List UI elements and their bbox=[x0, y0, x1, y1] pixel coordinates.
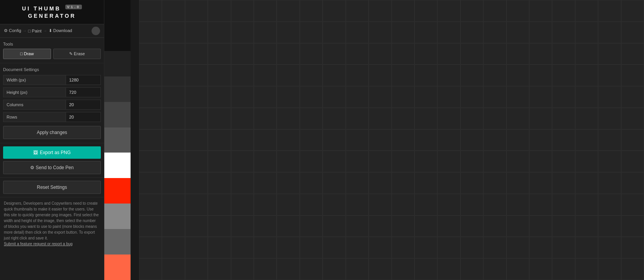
grid-cell[interactable] bbox=[369, 129, 391, 151]
nav-toggle-button[interactable] bbox=[92, 27, 100, 35]
grid-cell[interactable] bbox=[369, 194, 391, 216]
grid-cell[interactable] bbox=[460, 194, 483, 216]
grid-cell[interactable] bbox=[529, 43, 552, 65]
grid-cell[interactable] bbox=[231, 258, 254, 280]
grid-cell[interactable] bbox=[162, 86, 185, 108]
grid-cell[interactable] bbox=[575, 86, 598, 108]
grid-cell[interactable] bbox=[369, 258, 391, 280]
grid-cell[interactable] bbox=[300, 216, 323, 237]
grid-cell[interactable] bbox=[506, 237, 529, 258]
grid-cell[interactable] bbox=[300, 194, 323, 216]
grid-cell[interactable] bbox=[323, 151, 345, 172]
grid-cell[interactable] bbox=[415, 216, 437, 237]
grid-cell[interactable] bbox=[162, 194, 185, 216]
grid-cell[interactable] bbox=[621, 0, 644, 22]
grid-cell[interactable] bbox=[323, 0, 345, 22]
grid-cell[interactable] bbox=[323, 172, 345, 194]
grid-cell[interactable] bbox=[162, 22, 185, 43]
grid-cell[interactable] bbox=[392, 0, 415, 22]
grid-cell[interactable] bbox=[552, 43, 575, 65]
grid-cell[interactable] bbox=[415, 172, 437, 194]
grid-cell[interactable] bbox=[369, 86, 391, 108]
grid-cell[interactable] bbox=[369, 43, 391, 65]
grid-cell[interactable] bbox=[277, 86, 299, 108]
grid-cell[interactable] bbox=[392, 43, 415, 65]
grid-cell[interactable] bbox=[529, 64, 552, 86]
grid-cell[interactable] bbox=[575, 216, 598, 237]
grid-cell[interactable] bbox=[437, 237, 460, 258]
rows-input[interactable] bbox=[66, 112, 100, 122]
grid-cell[interactable] bbox=[506, 22, 529, 43]
erase-tool-button[interactable]: ✎ Erase bbox=[53, 49, 101, 59]
grid-cell[interactable] bbox=[552, 86, 575, 108]
grid-cell[interactable] bbox=[483, 22, 506, 43]
grid-cell[interactable] bbox=[231, 64, 254, 86]
grid-cell[interactable] bbox=[208, 237, 231, 258]
grid-cell[interactable] bbox=[575, 43, 598, 65]
grid-cell[interactable] bbox=[437, 151, 460, 172]
columns-input[interactable] bbox=[66, 100, 100, 109]
grid-cell[interactable] bbox=[529, 129, 552, 151]
width-input[interactable] bbox=[66, 75, 100, 85]
grid-cell[interactable] bbox=[621, 194, 644, 216]
grid-cell[interactable] bbox=[575, 151, 598, 172]
grid-cell[interactable] bbox=[415, 194, 437, 216]
grid-cell[interactable] bbox=[529, 22, 552, 43]
grid-cell[interactable] bbox=[185, 237, 208, 258]
grid-cell[interactable] bbox=[277, 129, 299, 151]
grid-cell[interactable] bbox=[346, 0, 369, 22]
grid-cell[interactable] bbox=[552, 151, 575, 172]
grid-cell[interactable] bbox=[231, 0, 254, 22]
grid-cell[interactable] bbox=[162, 258, 185, 280]
grid-cell[interactable] bbox=[392, 64, 415, 86]
grid-cell[interactable] bbox=[506, 194, 529, 216]
grid-cell[interactable] bbox=[506, 0, 529, 22]
grid-cell[interactable] bbox=[231, 194, 254, 216]
grid-cell[interactable] bbox=[300, 22, 323, 43]
grid-cell[interactable] bbox=[139, 172, 162, 194]
grid-cell[interactable] bbox=[392, 216, 415, 237]
grid-cell[interactable] bbox=[621, 129, 644, 151]
grid-cell[interactable] bbox=[415, 151, 437, 172]
grid-cell[interactable] bbox=[575, 64, 598, 86]
grid-cell[interactable] bbox=[254, 64, 277, 86]
grid-cell[interactable] bbox=[437, 0, 460, 22]
grid-cell[interactable] bbox=[208, 151, 231, 172]
grid-cell[interactable] bbox=[300, 86, 323, 108]
grid-cell[interactable] bbox=[346, 194, 369, 216]
grid-cell[interactable] bbox=[437, 64, 460, 86]
grid-cell[interactable] bbox=[552, 237, 575, 258]
grid-cell[interactable] bbox=[208, 194, 231, 216]
grid-cell[interactable] bbox=[323, 129, 345, 151]
grid-cell[interactable] bbox=[185, 108, 208, 129]
grid-cell[interactable] bbox=[231, 216, 254, 237]
grid-cell[interactable] bbox=[139, 194, 162, 216]
grid-cell[interactable] bbox=[300, 108, 323, 129]
grid-cell[interactable] bbox=[598, 258, 621, 280]
color-swatch-white[interactable] bbox=[104, 153, 131, 178]
grid-cell[interactable] bbox=[575, 172, 598, 194]
grid-cell[interactable] bbox=[162, 129, 185, 151]
grid-cell[interactable] bbox=[300, 129, 323, 151]
grid-cell[interactable] bbox=[254, 43, 277, 65]
grid-cell[interactable] bbox=[185, 258, 208, 280]
draw-tool-button[interactable]: □ Draw bbox=[3, 49, 51, 59]
grid-cell[interactable] bbox=[208, 258, 231, 280]
grid-cell[interactable] bbox=[139, 108, 162, 129]
grid-cell[interactable] bbox=[277, 258, 299, 280]
grid-cell[interactable] bbox=[460, 43, 483, 65]
grid-cell[interactable] bbox=[575, 129, 598, 151]
grid-cell[interactable] bbox=[369, 151, 391, 172]
grid-cell[interactable] bbox=[598, 237, 621, 258]
grid-cell[interactable] bbox=[277, 0, 299, 22]
grid-cell[interactable] bbox=[575, 258, 598, 280]
grid-cell[interactable] bbox=[323, 258, 345, 280]
grid-cell[interactable] bbox=[483, 43, 506, 65]
grid-cell[interactable] bbox=[460, 216, 483, 237]
grid-cell[interactable] bbox=[346, 216, 369, 237]
grid-cell[interactable] bbox=[506, 108, 529, 129]
grid-cell[interactable] bbox=[460, 86, 483, 108]
grid-cell[interactable] bbox=[460, 22, 483, 43]
grid-cell[interactable] bbox=[437, 216, 460, 237]
grid-cell[interactable] bbox=[437, 43, 460, 65]
